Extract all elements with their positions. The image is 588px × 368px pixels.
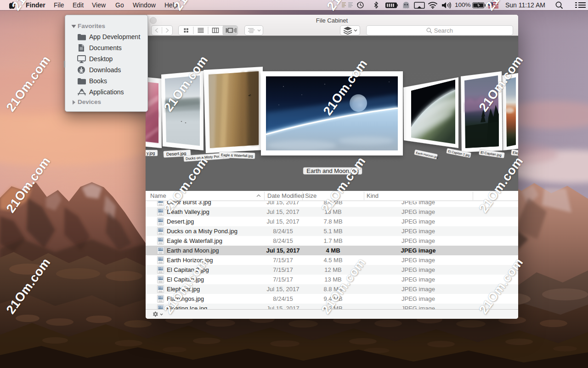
svg-text:Desert.jpg: Desert.jpg — [166, 150, 187, 156]
svg-text:y.jpg: y.jpg — [147, 151, 155, 155]
